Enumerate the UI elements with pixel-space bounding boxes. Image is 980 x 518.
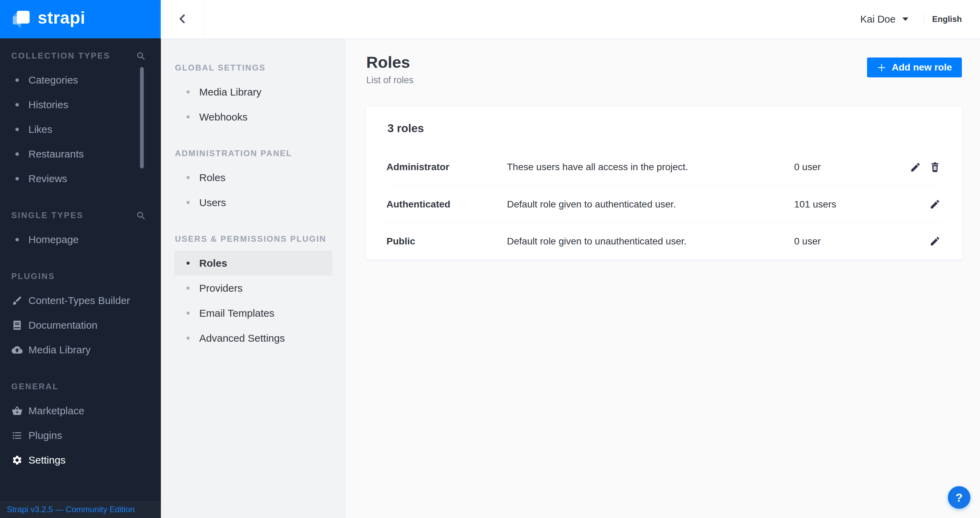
role-description: These users have all access in the proje… xyxy=(507,162,794,172)
gear-icon xyxy=(11,455,23,465)
list-icon xyxy=(11,430,23,441)
bullet-icon xyxy=(186,201,189,204)
sidebar-item-media-library[interactable]: Media Library xyxy=(0,338,161,362)
section-administration-panel: ADMINISTRATION PANEL Roles Users xyxy=(161,148,346,215)
settings-item-providers[interactable]: Providers xyxy=(174,276,332,301)
section-title: USERS & PERMISSIONS PLUGIN xyxy=(175,234,346,243)
role-users-count: 0 user xyxy=(794,162,910,172)
bullet-icon xyxy=(15,152,19,156)
bullet-icon xyxy=(15,103,19,107)
sidebar-item-documentation[interactable]: Documentation xyxy=(0,313,161,338)
role-name: Authenticated xyxy=(387,199,507,210)
section-collection-types: COLLECTION TYPES Categories Histories Li… xyxy=(0,51,161,191)
bullet-icon xyxy=(186,287,189,290)
section-title: SINGLE TYPES xyxy=(11,210,84,220)
edit-role-button[interactable] xyxy=(929,199,941,210)
main-navigation: COLLECTION TYPES Categories Histories Li… xyxy=(0,38,161,501)
pencil-icon xyxy=(929,236,941,247)
paintbrush-icon xyxy=(11,295,23,306)
pencil-icon xyxy=(910,162,921,173)
role-users-count: 0 user xyxy=(794,236,929,247)
section-title: GENERAL xyxy=(11,382,59,391)
sidebar-item-restaurants[interactable]: Restaurants xyxy=(0,142,161,166)
strapi-logo[interactable]: strapi xyxy=(0,0,161,38)
help-button[interactable]: ? xyxy=(948,486,970,509)
sidebar-item-marketplace[interactable]: Marketplace xyxy=(0,398,161,423)
language-selector[interactable]: English xyxy=(927,11,962,27)
strapi-admin-app: strapi COLLECTION TYPES Categories Histo… xyxy=(0,0,980,518)
settings-item-media-library[interactable]: Media Library xyxy=(174,80,332,104)
sidebar-item-reviews[interactable]: Reviews xyxy=(0,166,161,191)
edit-role-button[interactable] xyxy=(910,162,921,173)
sidebar-item-histories[interactable]: Histories xyxy=(0,92,161,117)
strapi-logo-icon xyxy=(12,10,31,29)
bullet-icon xyxy=(186,90,189,94)
main-sidebar: strapi COLLECTION TYPES Categories Histo… xyxy=(0,0,161,518)
section-title: PLUGINS xyxy=(11,271,55,281)
logo-wordmark: strapi xyxy=(38,8,85,30)
bullet-icon xyxy=(186,312,189,315)
bullet-icon xyxy=(15,128,19,131)
question-mark-icon: ? xyxy=(956,491,963,504)
page-title: Roles xyxy=(366,53,414,72)
role-description: Default role given to unauthenticated us… xyxy=(507,236,794,247)
section-title: COLLECTION TYPES xyxy=(11,51,110,61)
edit-role-button[interactable] xyxy=(929,236,941,247)
sidebar-item-likes[interactable]: Likes xyxy=(0,117,161,142)
settings-item-webhooks[interactable]: Webhooks xyxy=(174,104,332,129)
bullet-icon xyxy=(186,115,189,118)
bullet-icon xyxy=(186,336,189,339)
role-name: Administrator xyxy=(387,162,507,172)
main-content: Roles List of roles Add new role 3 roles… xyxy=(346,38,980,518)
search-icon[interactable] xyxy=(136,51,145,61)
table-row-public[interactable]: Public Default role given to unauthentic… xyxy=(387,223,941,260)
section-general: GENERAL Marketplace Plugins xyxy=(0,382,161,472)
role-description: Default role given to authenticated user… xyxy=(507,199,794,210)
version-link[interactable]: Strapi v3.2.5 — Community Edition xyxy=(7,505,135,514)
section-title: ADMINISTRATION PANEL xyxy=(175,148,346,158)
search-icon[interactable] xyxy=(136,211,145,220)
settings-sidebar: GLOBAL SETTINGS Media Library Webhooks A… xyxy=(161,38,346,518)
sidebar-item-content-types-builder[interactable]: Content-Types Builder xyxy=(0,288,161,313)
bullet-icon xyxy=(15,78,19,82)
section-users-permissions-plugin: USERS & PERMISSIONS PLUGIN Roles Provide… xyxy=(161,234,346,351)
sidebar-item-settings[interactable]: Settings xyxy=(0,448,161,472)
sidebar-scrollbar[interactable] xyxy=(140,67,144,169)
sidebar-item-homepage[interactable]: Homepage xyxy=(0,227,161,252)
user-menu[interactable]: Kai Doe xyxy=(860,14,908,25)
sidebar-item-plugins[interactable]: Plugins xyxy=(0,423,161,448)
sidebar-footer: Strapi v3.2.5 — Community Edition xyxy=(0,501,161,518)
settings-item-advanced-settings[interactable]: Advanced Settings xyxy=(174,325,332,351)
basket-icon xyxy=(11,405,23,416)
section-plugins: PLUGINS Content-Types Builder Documentat… xyxy=(0,272,161,362)
section-title: GLOBAL SETTINGS xyxy=(175,63,346,72)
pencil-icon xyxy=(929,199,941,210)
table-row-administrator[interactable]: Administrator These users have all acces… xyxy=(387,148,941,186)
settings-item-up-roles[interactable]: Roles xyxy=(174,250,332,276)
top-header: Kai Doe English xyxy=(161,0,980,38)
section-global-settings: GLOBAL SETTINGS Media Library Webhooks xyxy=(161,63,346,129)
bullet-icon xyxy=(186,261,189,265)
cloud-upload-icon xyxy=(11,344,23,355)
roles-table-card: 3 roles Administrator These users have a… xyxy=(366,107,962,260)
plus-icon xyxy=(877,63,886,72)
back-button[interactable] xyxy=(161,0,205,38)
book-icon xyxy=(11,320,23,331)
user-name: Kai Doe xyxy=(860,14,896,25)
roles-count: 3 roles xyxy=(366,107,962,135)
settings-item-admin-roles[interactable]: Roles xyxy=(174,165,332,190)
table-row-authenticated[interactable]: Authenticated Default role given to auth… xyxy=(387,186,941,223)
settings-item-email-templates[interactable]: Email Templates xyxy=(174,301,332,325)
settings-item-admin-users[interactable]: Users xyxy=(174,190,332,215)
role-users-count: 101 users xyxy=(794,199,929,210)
chevron-left-icon xyxy=(177,12,189,27)
page-subtitle: List of roles xyxy=(366,75,414,86)
role-name: Public xyxy=(387,236,507,247)
trash-icon xyxy=(929,162,941,173)
add-new-role-button[interactable]: Add new role xyxy=(867,57,962,77)
bullet-icon xyxy=(15,177,19,180)
section-single-types: SINGLE TYPES Homepage xyxy=(0,211,161,252)
sidebar-item-categories[interactable]: Categories xyxy=(0,68,161,92)
bullet-icon xyxy=(15,238,19,241)
delete-role-button[interactable] xyxy=(929,162,941,173)
